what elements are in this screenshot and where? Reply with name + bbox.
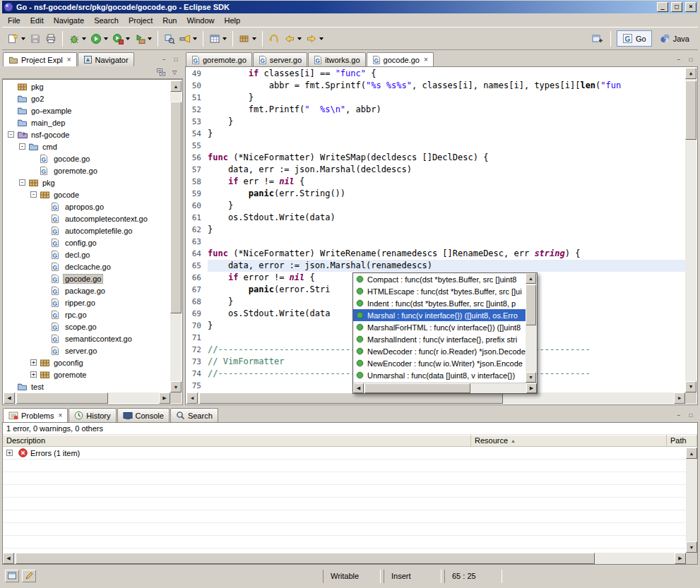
- editor-tab-itworks-go[interactable]: Gitworks.go: [308, 52, 366, 66]
- view-tab-navigator[interactable]: Navigator: [78, 52, 134, 66]
- tree-item-declcache-go[interactable]: Gdeclcache.go: [4, 260, 170, 272]
- open-plugin-button[interactable]: [162, 30, 177, 48]
- scroll-right-button[interactable]: ▶: [526, 383, 537, 393]
- explorer-vertical-scrollbar[interactable]: ▲ ▼: [170, 80, 182, 392]
- menu-file[interactable]: File: [3, 15, 25, 26]
- view-minimize-button[interactable]: −: [158, 54, 170, 64]
- editor-maximize-button[interactable]: □: [685, 54, 696, 64]
- collapse-all-button[interactable]: [156, 68, 166, 77]
- column-header-description[interactable]: Description: [3, 435, 471, 446]
- tree-item-gocode-go[interactable]: Ggocode.go: [4, 152, 170, 164]
- autocomplete-item[interactable]: Indent : func(dst *bytes.Buffer, src []u…: [353, 297, 526, 309]
- scroll-left-button[interactable]: ◀: [4, 392, 15, 404]
- menu-help[interactable]: Help: [220, 15, 246, 26]
- menu-project[interactable]: Project: [124, 15, 158, 26]
- tree-item-semanticcontext-go[interactable]: Gsemanticcontext.go: [4, 332, 170, 344]
- open-perspective-button[interactable]: [589, 30, 605, 48]
- scroll-thumb[interactable]: [16, 392, 108, 404]
- print-button[interactable]: [43, 30, 59, 48]
- scroll-thumb[interactable]: [685, 80, 696, 140]
- last-edit-location-button[interactable]: [266, 30, 282, 48]
- autocomplete-item[interactable]: Marshal : func(v interface{}) ([]uint8, …: [353, 309, 526, 321]
- fast-view-button[interactable]: [5, 570, 19, 582]
- tree-item-gocode-go[interactable]: Ggocode.go: [4, 272, 170, 284]
- collapse-icon[interactable]: -: [19, 143, 25, 150]
- tree-item-main-dep[interactable]: main_dep: [4, 116, 170, 128]
- scroll-right-button[interactable]: ▶: [675, 553, 686, 564]
- tree-item-package-go[interactable]: Gpackage.go: [4, 284, 170, 296]
- view-tab-history[interactable]: History: [69, 408, 116, 422]
- tree-item-cmd[interactable]: -cmd: [4, 140, 170, 152]
- tree-item-apropos-go[interactable]: Gapropos.go: [4, 200, 170, 212]
- problems-horizontal-scrollbar[interactable]: ◀ ▶: [3, 553, 686, 564]
- menu-navigate[interactable]: Navigate: [49, 15, 89, 26]
- scroll-thumb[interactable]: [364, 383, 470, 393]
- debug-dropdown-arrow[interactable]: [82, 37, 86, 40]
- scroll-left-button[interactable]: ◀: [3, 553, 14, 564]
- new-table-button[interactable]: [207, 30, 229, 48]
- expand-icon[interactable]: +: [6, 450, 13, 456]
- scroll-up-button[interactable]: ▲: [685, 68, 696, 79]
- autocomplete-horizontal-scrollbar[interactable]: ◀ ▶: [353, 383, 537, 393]
- run-last-dropdown-arrow[interactable]: [126, 37, 130, 40]
- scroll-up-button[interactable]: ▲: [170, 80, 182, 92]
- editor-minimize-button[interactable]: −: [673, 54, 684, 64]
- view-tab-console[interactable]: Console: [117, 408, 170, 422]
- menu-run[interactable]: Run: [158, 15, 182, 26]
- view-maximize-button[interactable]: □: [685, 410, 696, 420]
- perspective-go-button[interactable]: G Go: [617, 30, 652, 47]
- autocomplete-item[interactable]: MarshalForHTML : func(v interface{}) ([]…: [353, 321, 526, 333]
- view-menu-button[interactable]: ▽: [169, 68, 180, 78]
- tree-item-pkg[interactable]: -pkg: [4, 176, 170, 188]
- close-icon[interactable]: ×: [422, 56, 428, 64]
- tree-item-gocode[interactable]: -gocode: [4, 188, 170, 200]
- scroll-down-button[interactable]: ▼: [686, 541, 697, 553]
- new-java-element-button[interactable]: [237, 30, 259, 48]
- menu-edit[interactable]: Edit: [25, 15, 49, 26]
- autocomplete-item[interactable]: MarshalIndent : func(v interface{}, pref…: [353, 333, 526, 345]
- search-dropdown-arrow[interactable]: [193, 37, 197, 40]
- new-table-dropdown-arrow[interactable]: [223, 37, 227, 40]
- tree-item-test[interactable]: test: [4, 380, 170, 392]
- scroll-thumb[interactable]: [199, 392, 503, 404]
- tree-item-go2[interactable]: go2: [4, 92, 170, 104]
- forward-button[interactable]: [304, 30, 326, 48]
- back-dropdown-arrow[interactable]: [297, 37, 302, 40]
- view-tab-search[interactable]: Search: [170, 408, 218, 422]
- autocomplete-vertical-scrollbar[interactable]: ▲ ▼: [526, 273, 537, 383]
- collapse-icon[interactable]: -: [8, 131, 14, 138]
- tree-item-autocompletecontext-go[interactable]: Gautocompletecontext.go: [4, 212, 170, 224]
- editor-tab-gocode-go[interactable]: Ggocode.go×: [367, 52, 434, 66]
- scroll-up-button[interactable]: ▲: [526, 273, 536, 284]
- tree-item-ripper-go[interactable]: Gripper.go: [4, 296, 170, 308]
- explorer-horizontal-scrollbar[interactable]: ◀ ▶: [4, 392, 170, 404]
- collapse-icon[interactable]: -: [19, 179, 25, 186]
- scroll-down-button[interactable]: ▼: [170, 381, 182, 392]
- scroll-down-button[interactable]: ▼: [685, 381, 696, 392]
- scroll-up-button[interactable]: ▲: [686, 448, 697, 459]
- run-dropdown-arrow[interactable]: [104, 37, 108, 40]
- scroll-down-button[interactable]: ▼: [526, 372, 536, 383]
- autocomplete-item[interactable]: NewEncoder : func(w io.Writer) *json.Enc…: [353, 357, 526, 369]
- view-tab-problems[interactable]: Problems×: [3, 408, 68, 422]
- forward-dropdown-arrow[interactable]: [319, 37, 324, 40]
- external-tools-button[interactable]: [132, 30, 154, 48]
- scroll-thumb[interactable]: [170, 102, 182, 313]
- minimize-button[interactable]: _: [657, 2, 668, 12]
- editor-vertical-scrollbar[interactable]: ▲ ▼: [685, 68, 696, 392]
- column-header-path[interactable]: Path: [667, 435, 697, 446]
- scroll-left-button[interactable]: ◀: [353, 383, 364, 393]
- tree-item-decl-go[interactable]: Gdecl.go: [4, 248, 170, 260]
- autocomplete-item[interactable]: Unmarshal : func(data []uint8, v interfa…: [353, 369, 526, 381]
- scroll-left-button[interactable]: ◀: [186, 392, 198, 404]
- tree-item-config-go[interactable]: Gconfig.go: [4, 236, 170, 248]
- external-tools-dropdown-arrow[interactable]: [148, 37, 152, 40]
- autocomplete-item[interactable]: NewDecoder : func(r io.Reader) *json.Dec…: [353, 345, 526, 357]
- editor-mark-button[interactable]: [22, 570, 36, 582]
- run-button[interactable]: [88, 30, 110, 48]
- run-last-button[interactable]: [110, 30, 132, 48]
- editor-tab-goremote-go[interactable]: Ggoremote.go: [186, 52, 252, 66]
- view-maximize-button[interactable]: □: [170, 54, 182, 64]
- search-button[interactable]: [177, 30, 199, 48]
- tree-item-goconfig[interactable]: +goconfig: [4, 356, 170, 368]
